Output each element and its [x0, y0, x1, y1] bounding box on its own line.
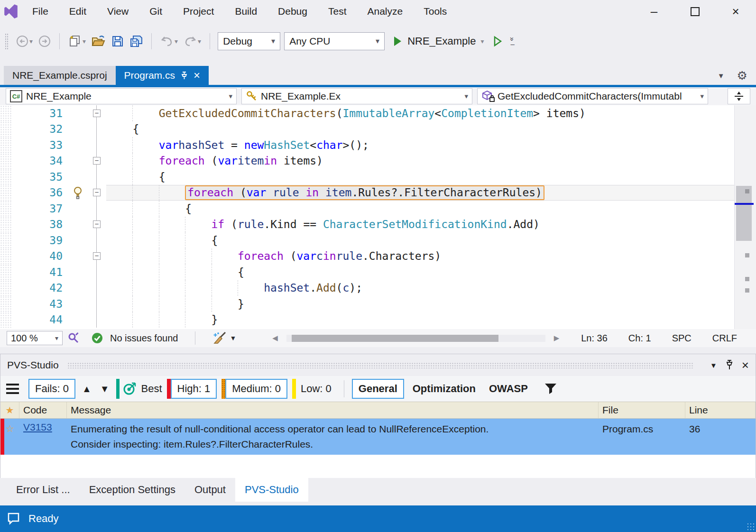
- menu-item-test[interactable]: Test: [318, 6, 357, 17]
- code-text[interactable]: {: [106, 232, 734, 248]
- panel-close-icon[interactable]: ×: [742, 358, 749, 373]
- document-health-icon[interactable]: [67, 332, 80, 344]
- issues-status-text[interactable]: No issues found: [110, 333, 178, 344]
- indicator-margin[interactable]: [0, 280, 12, 296]
- pvs-group-owasp[interactable]: OWASP: [484, 383, 533, 395]
- menu-item-edit[interactable]: Edit: [59, 6, 97, 17]
- solution-configuration-dropdown[interactable]: Debug ▾: [218, 32, 280, 50]
- code-line-43[interactable]: 43}: [0, 296, 734, 312]
- pvs-group-general[interactable]: General: [352, 379, 404, 399]
- tab-nre-example-csproj[interactable]: NRE_Example.csproj: [4, 66, 116, 85]
- open-file-button[interactable]: [91, 35, 107, 47]
- spaces-indicator[interactable]: SPC: [672, 333, 691, 344]
- scrollbar-thumb[interactable]: [736, 186, 752, 241]
- code-text[interactable]: }: [106, 296, 734, 312]
- favorite-column-header[interactable]: ★: [0, 402, 19, 418]
- type-dropdown[interactable]: NRE_Example.Ex ▾: [241, 88, 472, 104]
- menu-item-view[interactable]: View: [97, 6, 139, 17]
- indicator-margin[interactable]: [0, 312, 12, 328]
- code-line-39[interactable]: 39{: [0, 232, 734, 248]
- code-text[interactable]: foreach (var rule in item.Rules?.FilterC…: [106, 185, 734, 201]
- code-text[interactable]: foreach (var item in items): [106, 153, 734, 169]
- code-line-41[interactable]: 41{: [0, 264, 734, 280]
- indicator-margin[interactable]: [0, 153, 12, 169]
- code-lines[interactable]: 31−GetExcludedCommitCharacters(Immutable…: [0, 105, 734, 329]
- line-column-header[interactable]: Line: [685, 402, 756, 418]
- indicator-margin[interactable]: [0, 296, 12, 312]
- code-line-37[interactable]: 37{: [0, 201, 734, 217]
- fold-collapse-button[interactable]: −: [93, 110, 101, 117]
- code-text[interactable]: GetExcludedCommitCharacters(ImmutableArr…: [106, 105, 734, 121]
- code-text[interactable]: {: [106, 264, 734, 280]
- hscroll-left-arrow[interactable]: ◀: [272, 334, 278, 342]
- fold-collapse-button[interactable]: −: [93, 252, 101, 260]
- tab-program-cs[interactable]: Program.cs ×: [116, 66, 209, 85]
- code-line-31[interactable]: 31−GetExcludedCommitCharacters(Immutable…: [0, 105, 734, 121]
- analyzer-code-link[interactable]: V3153: [23, 422, 52, 432]
- editor-options-gear-icon[interactable]: ⚙: [737, 69, 747, 83]
- new-project-button[interactable]: ▾: [67, 35, 87, 48]
- pvs-panel-header[interactable]: PVS-Studio ▼ ×: [0, 354, 756, 376]
- fold-collapse-button[interactable]: −: [93, 157, 101, 165]
- code-text[interactable]: {: [106, 169, 734, 185]
- code-text[interactable]: if (rule.Kind == CharacterSetModificatio…: [106, 217, 734, 233]
- code-line-33[interactable]: 33var hashSet = new HashSet<char>();: [0, 137, 734, 153]
- code-text[interactable]: }: [106, 312, 734, 328]
- indicator-margin[interactable]: [0, 169, 12, 185]
- pvs-group-optimization[interactable]: Optimization: [408, 383, 480, 395]
- close-tab-icon[interactable]: ×: [194, 69, 200, 82]
- menu-item-tools[interactable]: Tools: [413, 6, 457, 17]
- code-line-32[interactable]: 32{: [0, 121, 734, 138]
- column-indicator[interactable]: Ch: 1: [628, 333, 651, 344]
- code-line-38[interactable]: 38−if (rule.Kind == CharacterSetModifica…: [0, 217, 734, 233]
- pvs-medium-filter-button[interactable]: Medium: 0: [221, 379, 287, 399]
- row-favorite-star[interactable]: ☆: [0, 422, 19, 434]
- start-debugging-button[interactable]: NRE_Example ▾: [388, 35, 488, 47]
- project-dropdown[interactable]: C# NRE_Example ▾: [6, 88, 237, 104]
- menu-item-git[interactable]: Git: [139, 6, 173, 17]
- panel-drag-area[interactable]: [67, 362, 693, 368]
- member-dropdown[interactable]: GetExcludedCommitCharacters(Immutabl ▾: [477, 88, 708, 104]
- code-text[interactable]: foreach (var c in rule.Characters): [106, 248, 734, 265]
- pvs-filter-funnel-icon[interactable]: [544, 383, 557, 395]
- code-line-40[interactable]: 40−foreach (var c in rule.Characters): [0, 248, 734, 265]
- pvs-high-filter-button[interactable]: High: 1: [167, 379, 217, 399]
- active-files-dropdown-icon[interactable]: ▼: [718, 72, 725, 80]
- message-column-header[interactable]: Message: [67, 402, 599, 418]
- tool-tab-exception-settings[interactable]: Exception Settings: [80, 478, 185, 502]
- feedback-bubble-icon[interactable]: [7, 512, 21, 526]
- indicator-margin[interactable]: [0, 232, 12, 248]
- pvs-highlighted-statement[interactable]: foreach (var rule in item.Rules?.FilterC…: [185, 185, 544, 201]
- code-text[interactable]: hashSet.Add(c);: [106, 280, 734, 296]
- zoom-level-dropdown[interactable]: 100 % ▾: [7, 331, 63, 345]
- code-line-36[interactable]: 36−foreach (var rule in item.Rules?.Filt…: [0, 185, 734, 201]
- next-message-button[interactable]: ▼: [100, 384, 110, 394]
- pvs-best-filter-button[interactable]: Best: [116, 379, 162, 399]
- panel-splitter[interactable]: [0, 347, 756, 354]
- minimize-button[interactable]: –: [634, 0, 674, 23]
- panel-position-dropdown-icon[interactable]: ▼: [710, 361, 717, 369]
- save-button[interactable]: [111, 35, 125, 47]
- close-button[interactable]: ×: [715, 0, 756, 23]
- toolbar-overflow-button[interactable]: » –: [510, 36, 514, 46]
- menu-item-build[interactable]: Build: [224, 6, 267, 17]
- window-resize-grip[interactable]: [747, 523, 755, 531]
- panel-pin-icon[interactable]: [726, 359, 733, 371]
- solution-platform-dropdown[interactable]: Any CPU ▾: [284, 32, 385, 50]
- menu-item-file[interactable]: File: [22, 6, 59, 17]
- line-ending-indicator[interactable]: CRLF: [712, 333, 737, 344]
- save-all-button[interactable]: [129, 35, 144, 47]
- pvs-fails-filter-button[interactable]: Fails: 0: [28, 379, 75, 399]
- previous-message-button[interactable]: ▲: [82, 384, 92, 394]
- indicator-margin[interactable]: [0, 217, 12, 233]
- indicator-margin[interactable]: [0, 248, 12, 265]
- code-text[interactable]: {: [106, 201, 734, 217]
- indicator-margin[interactable]: [0, 105, 12, 121]
- hscroll-right-arrow[interactable]: ▶: [554, 334, 560, 342]
- code-line-34[interactable]: 34−foreach (var item in items): [0, 153, 734, 169]
- file-column-header[interactable]: File: [599, 402, 685, 418]
- tool-tab-pvs-studio[interactable]: PVS-Studio: [235, 478, 308, 502]
- pvs-menu-hamburger-icon[interactable]: [6, 384, 19, 394]
- menu-item-project[interactable]: Project: [173, 6, 224, 17]
- code-line-44[interactable]: 44}: [0, 312, 734, 328]
